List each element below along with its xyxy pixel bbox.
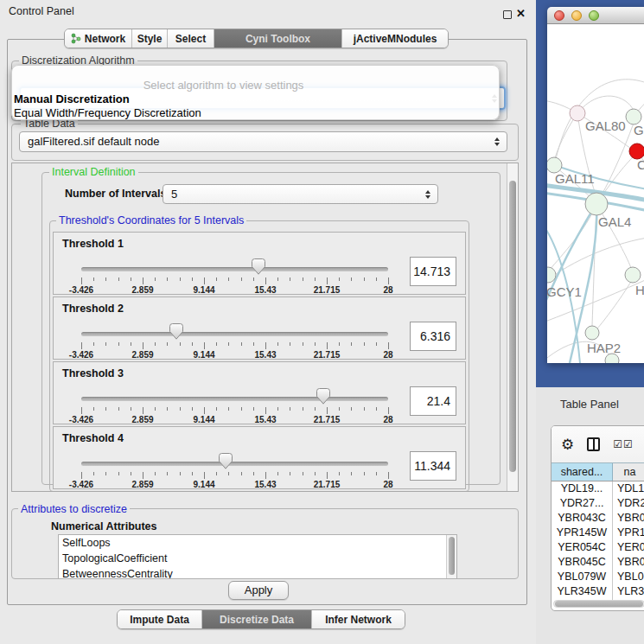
table-row[interactable]: YER054CYER0 — [552, 540, 644, 555]
slider-tick — [351, 407, 352, 411]
close-icon[interactable]: ✕ — [516, 7, 526, 20]
minimize-traffic-light-icon[interactable] — [571, 10, 582, 21]
threshold-value-field[interactable]: 11.344 — [410, 451, 456, 481]
table-cell-name[interactable]: YER0 — [613, 540, 644, 555]
control-panel-tabbar: NetworkStyleSelectCyni ToolboxjActiveMNo… — [64, 29, 449, 48]
algorithm-popup-item[interactable]: Manual Discretization — [12, 92, 499, 106]
table-cell-name[interactable]: YBL0 — [613, 570, 644, 584]
scrollbar-thumb[interactable] — [449, 537, 455, 575]
threshold-value-field[interactable]: 21.4 — [410, 386, 456, 416]
node-hap2[interactable] — [585, 326, 599, 340]
table-cell-name[interactable]: YBR0 — [613, 555, 644, 570]
thresholds-coordinates-group-title: Threshold's Coordinates for 5 Intervals — [56, 214, 246, 226]
attributes-to-discretize-group: Attributes to discretize Numerical Attri… — [11, 508, 519, 579]
slider-tick — [253, 407, 254, 411]
slider-tick — [228, 407, 229, 411]
scrollbar-thumb[interactable] — [509, 181, 516, 472]
table-cell-name[interactable]: YLR3 — [613, 584, 644, 599]
table-cell-shared-name[interactable]: YBR045C — [552, 555, 613, 570]
tab-label: Cyni Toolbox — [245, 33, 310, 45]
network-window-titlebar[interactable] — [547, 7, 644, 24]
slider-tick — [105, 342, 106, 346]
apply-button[interactable]: Apply — [228, 581, 289, 600]
table-cell-shared-name[interactable]: YDR27... — [552, 496, 613, 511]
tab-jactivemnodules[interactable]: jActiveMNodules — [342, 29, 448, 48]
tab-infer-network[interactable]: Infer Network — [312, 610, 405, 628]
table-row[interactable]: YDL19...YDL1 — [552, 481, 644, 496]
table-cell-shared-name[interactable]: YBL079W — [552, 570, 613, 584]
table-cell-shared-name[interactable]: YER054C — [552, 540, 613, 555]
node-gal4[interactable] — [585, 193, 608, 215]
tab-style[interactable]: Style — [132, 29, 168, 48]
close-traffic-light-icon[interactable] — [554, 10, 564, 21]
table-row[interactable]: YLR345WYLR3 — [552, 584, 644, 599]
node-h[interactable] — [625, 267, 641, 283]
scrollbar-thumb[interactable] — [555, 601, 643, 607]
table-data-combobox[interactable]: galFiltered.sif default node — [19, 131, 507, 152]
column-header-shared-name[interactable]: shared... — [552, 463, 613, 481]
attributes-group-title: Attributes to discretize — [18, 503, 130, 515]
slider-thumb[interactable] — [252, 258, 265, 275]
node-label: HAP2 — [587, 341, 621, 355]
attributes-list-scrollbar[interactable] — [446, 535, 456, 578]
network-canvas[interactable]: GAL80 G. C GAL11 GAL4 GCY1 H HAP2 — [547, 24, 644, 363]
column-header-name[interactable]: na — [613, 463, 644, 481]
table-row[interactable]: YDR27...YDR2 — [552, 496, 644, 511]
interval-definition-group: Interval Definition Number of Intervals … — [41, 172, 501, 485]
slider-tick — [118, 472, 119, 475]
table-row[interactable]: YBL079WYBL0 — [552, 570, 644, 584]
slider-tick — [388, 472, 389, 479]
slider-tick — [327, 407, 328, 414]
columns-icon[interactable] — [587, 437, 600, 451]
zoom-traffic-light-icon[interactable] — [589, 10, 599, 21]
attribute-list-item[interactable]: TopologicalCoefficient — [59, 551, 456, 566]
slider-thumb[interactable] — [219, 453, 233, 469]
table-row[interactable]: YPR145WYPR1 — [552, 526, 644, 540]
slider-tick-label: 21.715 — [314, 480, 341, 489]
numerical-attributes-list[interactable]: SelfLoopsTopologicalCoefficientBetweenne… — [58, 534, 457, 579]
tab-cyni-toolbox[interactable]: Cyni Toolbox — [214, 29, 342, 48]
threshold-value-field[interactable]: 6.316 — [410, 322, 456, 351]
threshold-value-field[interactable]: 14.713 — [410, 257, 456, 286]
slider-track[interactable] — [81, 267, 388, 271]
slider-thumb[interactable] — [169, 323, 183, 340]
algorithm-popup-item[interactable]: Equal Width/Frequency Discretization — [12, 106, 499, 120]
table-cell-name[interactable]: YBR0 — [613, 511, 644, 526]
select-columns-checkboxes-icon[interactable]: ☑☑ — [613, 438, 634, 450]
table-panel: ⚙ ☑☑ shared... na YDL19...YDL1YDR27...YD… — [551, 425, 644, 611]
attribute-list-item[interactable]: BetweennessCentrality — [59, 566, 456, 579]
slider-track[interactable] — [81, 397, 388, 401]
table-cell-name[interactable]: YDL1 — [613, 481, 644, 496]
table-row[interactable]: YBR043CYBR0 — [552, 511, 644, 526]
table-cell-name[interactable]: YDR2 — [613, 496, 644, 511]
slider-tick — [253, 472, 254, 475]
tab-discretize-data[interactable]: Discretize Data — [202, 610, 312, 628]
table-cell-shared-name[interactable]: YLR345W — [552, 584, 613, 599]
node-gal80[interactable] — [570, 105, 585, 121]
attribute-list-item[interactable]: SelfLoops — [59, 535, 456, 551]
table-cell-shared-name[interactable]: YBR043C — [552, 511, 613, 526]
slider-tick — [388, 277, 389, 284]
float-window-icon[interactable] — [503, 10, 512, 19]
table-horizontal-scrollbar[interactable] — [553, 600, 644, 608]
settings-vertical-scrollbar[interactable] — [507, 163, 518, 491]
table-cell-shared-name[interactable]: YDL19... — [552, 481, 613, 496]
gear-icon[interactable]: ⚙ — [561, 437, 574, 452]
tab-impute-data[interactable]: Impute Data — [118, 610, 202, 628]
tab-select[interactable]: Select — [168, 29, 214, 48]
algorithm-dropdown-popup: Select algorithm to view settings Manual… — [11, 65, 500, 120]
slider-thumb[interactable] — [316, 388, 330, 405]
slider-track[interactable] — [81, 332, 388, 336]
slider-track[interactable] — [81, 462, 388, 466]
tab-label: Impute Data — [130, 614, 189, 626]
table-row[interactable]: YBR045CYBR0 — [552, 555, 644, 570]
table-cell-name[interactable]: YPR1 — [613, 526, 644, 540]
tab-network[interactable]: Network — [65, 29, 132, 48]
node-label: G. — [634, 123, 644, 137]
slider-tick — [376, 472, 377, 475]
number-of-intervals-combobox[interactable]: 5 — [163, 184, 438, 204]
slider-tick — [351, 277, 352, 281]
slider-tick — [315, 407, 316, 411]
table-cell-shared-name[interactable]: YPR145W — [552, 526, 613, 540]
slider-tick-label: 2.859 — [131, 350, 153, 360]
